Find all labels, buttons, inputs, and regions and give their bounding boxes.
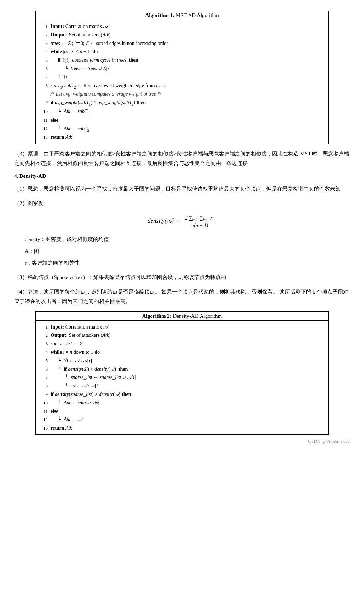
table-row: 11else <box>40 116 324 125</box>
prose3: （2）图密度 <box>14 199 350 208</box>
table-row: 5if ℰ[i] does not form cycle in trees th… <box>40 56 324 64</box>
def-density: density：图密度，成对相似度的均值 <box>25 235 350 244</box>
table-row: 2Output: Set of attackers (Atk) <box>40 31 324 39</box>
table-row: 13return Atk <box>40 424 324 432</box>
prose5-rest: 的每个结点，识别该结点是否是稀疏顶点。 如果一个顶点是稀疏的，则将其移除，否则保… <box>14 289 348 304</box>
table-row: 5└ ℬ ← 𝒜 \ 𝒜[i] <box>40 357 324 365</box>
section4-heading: 4. Density-AD <box>14 173 350 179</box>
def-A: A：图 <box>25 246 350 256</box>
algorithm2-body: 1Input: Correlation matrix 𝒜2Output: Set… <box>36 321 328 434</box>
table-row: 3trees ← ∅; i≔0; ℰ ← sorted edges in non… <box>40 39 324 48</box>
prose5: （4）算法：遍历图的每个结点，识别该结点是否是稀疏顶点。 如果一个顶点是稀疏的，… <box>14 287 350 306</box>
density-formula: density(𝒜) = 2 ∑i=1n ∑j=1n rij n(n − 1) <box>14 215 350 228</box>
table-row: 1Input: Correlation matrix 𝒜 <box>40 22 324 31</box>
table-row: 9if density(sparse_list) > density(𝒜) th… <box>40 390 324 399</box>
algorithm1-body: 1Input: Correlation matrix 𝒜2Output: Set… <box>36 20 328 144</box>
def-r: r：客户端之间的相关性 <box>25 258 350 268</box>
footer-credit: CSDN @VivienneLuo <box>14 438 350 444</box>
table-row: 8└ 𝒜 ← 𝒜 \ 𝒜[i] <box>40 382 324 390</box>
algorithm1-title: Algorithm 1: MST-AD Algorithm <box>36 11 328 20</box>
algorithm2-box: Algorithm 2: Density-AD Algorithm 1Input… <box>35 311 329 435</box>
algorithm1-box: Algorithm 1: MST-AD Algorithm 1Input: Co… <box>35 11 329 144</box>
table-row: 11else <box>40 407 324 416</box>
table-row: 4while i = n down to 1 do <box>40 348 324 357</box>
table-row: 10└ Atk ← subT1 <box>40 107 324 116</box>
table-row: 3sparse_list ← ∅ <box>40 340 324 348</box>
table-row: 9if avg_weight(subT1) > avg_weight(subT2… <box>40 98 324 107</box>
table-row: 2Output: Set of attackers (Atk) <box>40 331 324 340</box>
table-row: 1Input: Correlation matrix 𝒜 <box>40 323 324 331</box>
prose5-link: 遍历图 <box>44 289 59 295</box>
algorithm2-title: Algorithm 2: Density-AD Algorithm <box>36 312 328 321</box>
table-row: 13return Atk <box>40 133 324 142</box>
table-row: 7└ i++ <box>40 73 324 81</box>
prose1: （3）原理：由于恶意客户端之间的相似度>良性客户端之间的相似度>良性客户端与恶意… <box>14 149 350 168</box>
table-row: 4while |trees| < n − 1 do <box>40 47 324 56</box>
table-row: 7└ sparse_list ← sparse_list ∪ 𝒜[i] <box>40 373 324 382</box>
table-row: 6└ trees ← trees ∪ ℰ[i] <box>40 64 324 73</box>
prose5-prefix: （4）算法： <box>14 289 44 295</box>
prose2: （1）思想：恶意检测可以视为一个寻找 k 密度最大子图的问题，目标是寻找使边权重… <box>14 184 350 194</box>
table-row: 12└ Atk ← subT2 <box>40 125 324 133</box>
table-row: 10└ Atk ← sparse_list <box>40 399 324 407</box>
table-row: 6└ if density(ℬ) > density(𝒜) then <box>40 365 324 374</box>
table-row: 12└ Atk ← 𝒜 <box>40 415 324 424</box>
table-row: 8subT1, subT2 ← Remove lowest weighted e… <box>40 81 324 90</box>
prose4: （3）稀疏结点（Sparse vertex）：如果去除某个结点可以增加图密度，则… <box>14 273 350 282</box>
